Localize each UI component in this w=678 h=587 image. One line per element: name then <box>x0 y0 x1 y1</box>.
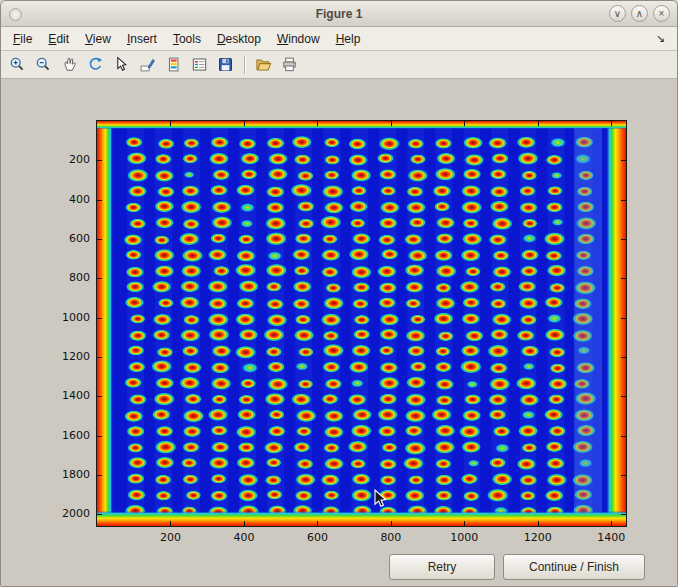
brush-button[interactable] <box>135 53 160 77</box>
rotate-3d-button[interactable] <box>83 53 108 77</box>
menu-edit[interactable]: Edit <box>40 29 77 49</box>
toolbar-buttons <box>5 53 302 77</box>
x-tick-label: 600 <box>295 531 339 545</box>
figure-window: Figure 1 ∨∧× FileEditViewInsertToolsDesk… <box>0 0 678 587</box>
dock-arrow-icon[interactable]: ↘ <box>656 32 673 45</box>
zoom-out-button[interactable] <box>31 53 56 77</box>
x-tick-label: 1400 <box>589 531 633 545</box>
print-button[interactable] <box>277 53 302 77</box>
close-button[interactable]: × <box>653 5 670 22</box>
y-tick-label: 1800 <box>42 468 90 482</box>
colorbar-button[interactable] <box>161 53 186 77</box>
y-tick-label: 1400 <box>42 389 90 403</box>
menubar: FileEditViewInsertToolsDesktopWindowHelp… <box>1 27 677 51</box>
menu-items: FileEditViewInsertToolsDesktopWindowHelp <box>5 29 368 49</box>
titlebar[interactable]: Figure 1 ∨∧× <box>1 1 677 27</box>
y-tick-label: 1000 <box>42 311 90 325</box>
y-tick-label: 1200 <box>42 350 90 364</box>
insert-legend-button[interactable] <box>187 53 212 77</box>
y-tick-label: 800 <box>42 271 90 285</box>
window-controls: ∨∧× <box>609 5 677 22</box>
data-cursor-button[interactable] <box>109 53 134 77</box>
maximize-button[interactable]: ∧ <box>631 5 648 22</box>
y-tick-label: 2000 <box>42 507 90 521</box>
toolbar <box>1 51 677 79</box>
window-title: Figure 1 <box>1 7 677 21</box>
menu-file[interactable]: File <box>5 29 40 49</box>
y-tick-label: 400 <box>42 193 90 207</box>
menu-tools[interactable]: Tools <box>165 29 209 49</box>
y-tick-label: 1600 <box>42 429 90 443</box>
save-button[interactable] <box>213 53 238 77</box>
menu-view[interactable]: View <box>77 29 119 49</box>
x-tick-label: 200 <box>148 531 192 545</box>
plot-box <box>96 120 627 527</box>
menu-insert[interactable]: Insert <box>119 29 165 49</box>
retry-button[interactable]: Retry <box>389 554 495 580</box>
x-tick-label: 800 <box>369 531 413 545</box>
toolbar-separator <box>244 56 245 74</box>
x-tick-label: 1200 <box>516 531 560 545</box>
x-tick-label: 1000 <box>442 531 486 545</box>
open-button[interactable] <box>251 53 276 77</box>
menu-desktop[interactable]: Desktop <box>209 29 269 49</box>
pan-button[interactable] <box>57 53 82 77</box>
continue-finish-button[interactable]: Continue / Finish <box>503 554 645 580</box>
y-tick-label: 200 <box>42 153 90 167</box>
y-tick-label: 600 <box>42 232 90 246</box>
minimize-button[interactable]: ∨ <box>609 5 626 22</box>
figure-area: Retry Continue / Finish 2004006008001000… <box>1 79 677 586</box>
x-tick-label: 400 <box>222 531 266 545</box>
zoom-in-button[interactable] <box>5 53 30 77</box>
menu-help[interactable]: Help <box>328 29 369 49</box>
menu-window[interactable]: Window <box>269 29 328 49</box>
heatmap-image[interactable] <box>97 121 626 526</box>
